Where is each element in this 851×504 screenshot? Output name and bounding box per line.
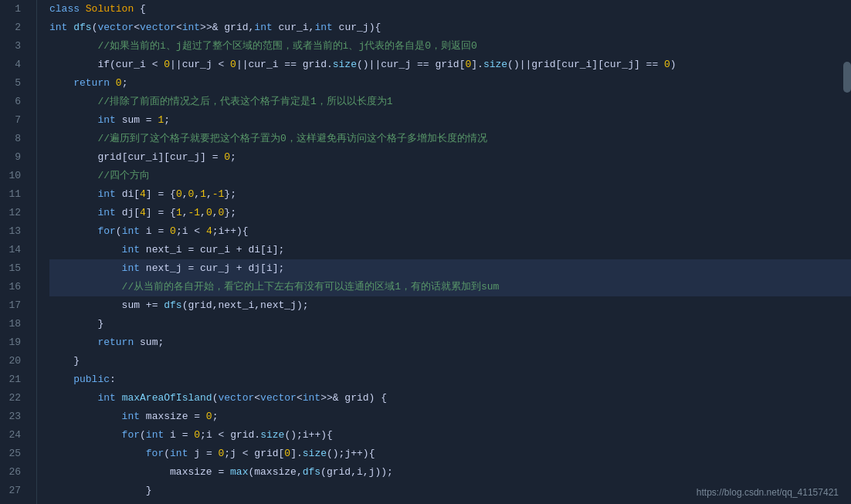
token-punct: ; — [200, 429, 206, 441]
token-var: i — [303, 429, 309, 441]
token-kw: for — [49, 429, 140, 441]
token-var: di — [122, 188, 134, 200]
token-var: dj — [122, 207, 134, 218]
token-var: next_j — [146, 262, 188, 274]
token-var: i — [206, 429, 219, 441]
token-var: grid — [303, 59, 327, 70]
code-line: //如果当前的i、j超过了整个区域的范围，或者当前的i、j代表的各自是0，则返回… — [49, 37, 851, 56]
line-number: 6 — [0, 93, 27, 111]
token-punct: ){ — [320, 429, 333, 441]
code-line: for(int i = 0;i < grid.size();i++){ — [49, 426, 851, 445]
token-var: cur_i — [200, 244, 236, 255]
token-num: -1 — [188, 207, 201, 218]
line-number: 17 — [0, 296, 27, 315]
code-line: for(int j = 0;j < grid[0].size();j++){ — [49, 445, 851, 463]
token-var: if — [49, 59, 110, 70]
token-punct: ()|| — [357, 59, 381, 70]
token-punct: ] — [634, 59, 646, 70]
code-line: grid[cur_i][cur_j] = 0; — [49, 148, 851, 167]
token-var: sum — [140, 337, 158, 348]
code-line: //四个方向 — [49, 167, 851, 185]
code-line: int di[4] = {0,0,1,-1}; — [49, 185, 851, 204]
line-number: 9 — [0, 148, 27, 167]
line-number: 24 — [0, 426, 27, 445]
code-line: //遍历到了这个格子就要把这个格子置为0，这样避免再访问这个格子多增加长度的情况 — [49, 130, 851, 148]
line-number: 26 — [0, 463, 27, 482]
line-number: 10 — [0, 167, 27, 185]
token-var: maxsize — [254, 466, 297, 478]
token-punct: . — [327, 59, 333, 70]
token-var: grid — [224, 22, 248, 33]
code-line: int maxsize = 0; — [49, 408, 851, 426]
token-kw: int — [49, 411, 146, 422]
token-kw: int — [170, 448, 194, 459]
token-kw: return — [49, 77, 116, 89]
token-op: == — [284, 59, 302, 70]
token-var: cur_j — [339, 22, 369, 33]
line-number: 12 — [0, 204, 27, 222]
token-punct: ] — [200, 151, 212, 163]
token-var: i — [146, 225, 158, 237]
token-num: 4 — [140, 207, 146, 218]
token-fn: max — [230, 466, 248, 478]
token-op: ++ — [224, 225, 236, 237]
token-punct: ]. — [290, 448, 303, 459]
code-line: sum += dfs(grid,next_i,next_j); — [49, 296, 851, 315]
line-number: 14 — [0, 241, 27, 259]
token-var: cur_i — [279, 22, 309, 33]
code-line: class Solution { — [49, 0, 851, 19]
token-punct: ){ — [369, 22, 381, 33]
token-punct: [ — [134, 188, 140, 200]
token-op: ++ — [351, 448, 363, 459]
token-kw: int — [49, 392, 122, 404]
line-number: 1 — [0, 0, 27, 19]
line-number: 8 — [0, 130, 27, 148]
token-op: = — [188, 244, 200, 255]
token-kw: int — [182, 22, 200, 33]
token-var: next_i — [146, 244, 188, 255]
line-number: 15 — [0, 259, 27, 278]
token-punct: ( — [140, 429, 146, 441]
token-op: == — [417, 59, 435, 70]
token-num: 0 — [206, 411, 212, 422]
token-var: grid — [49, 151, 122, 163]
token-var: next_i — [218, 299, 254, 311]
token-punct: ){ — [363, 448, 375, 459]
token-var: cur_j — [182, 59, 219, 70]
token-punct: ; — [164, 114, 170, 126]
token-op: ++ — [309, 429, 321, 441]
token-fn: size — [483, 59, 507, 70]
token-op: + — [236, 262, 249, 274]
token-fn: dfs — [73, 22, 91, 33]
token-comment: //从当前的各自开始，看它的上下左右有没有可以连通的区域1，有的话就累加到sum — [49, 281, 499, 293]
token-op: = — [194, 411, 206, 422]
token-punct: ); — [297, 299, 309, 311]
token-op: < — [242, 448, 255, 459]
code-line: maxsize = max(maxsize,dfs(grid,i,j)); — [49, 463, 851, 482]
token-kw: for — [49, 448, 164, 459]
token-var: di — [248, 244, 260, 255]
token-punct: < — [297, 392, 303, 404]
line-number: 16 — [0, 278, 27, 296]
token-punct: [ — [134, 207, 140, 218]
code-line: return sum; — [49, 333, 851, 352]
token-var: grid — [327, 466, 351, 478]
token-punct: } — [49, 485, 152, 496]
token-op: = — [146, 114, 158, 126]
code-area[interactable]: class Solution {int dfs(vector<vector<in… — [37, 0, 851, 504]
scrollbar[interactable] — [843, 62, 851, 93]
token-kw: int — [303, 392, 320, 404]
token-num: 1 — [176, 207, 182, 218]
token-num: 4 — [206, 225, 212, 237]
token-punct: ) — [670, 59, 676, 70]
code-line: if(cur_i < 0||cur_j < 0||cur_i == grid.s… — [49, 56, 851, 74]
code-line: //从当前的各自开始，看它的上下左右有没有可以连通的区域1，有的话就累加到sum — [49, 278, 851, 296]
token-var: dj — [248, 262, 260, 274]
token-punct: ] = { — [146, 207, 176, 218]
token-var: j — [194, 448, 206, 459]
token-punct: , — [212, 207, 219, 218]
token-punct: , — [363, 466, 369, 478]
line-numbers: 1234567891011121314151617181920212223242… — [0, 0, 37, 504]
line-number: 19 — [0, 333, 27, 352]
token-punct: ][ — [592, 59, 604, 70]
